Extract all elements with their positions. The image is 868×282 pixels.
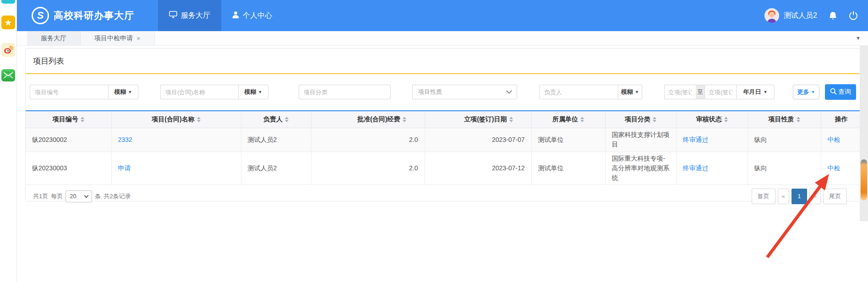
sort-icon [81, 117, 84, 122]
fuzzy-match-button[interactable]: 模糊 ▼ [239, 85, 268, 99]
date-to-label: 至 [696, 85, 704, 99]
chevron-down-icon: ▼ [635, 90, 639, 94]
star-icon[interactable]: ★ [1, 16, 15, 29]
nav-item-label: 服务大厅 [181, 11, 210, 21]
fuzzy-label: 模糊 [245, 88, 257, 96]
per-page-select[interactable]: 20 [66, 190, 92, 202]
sort-icon [285, 117, 289, 122]
col-header-leader[interactable]: 负责人 [241, 111, 311, 128]
table-row: 纵20230003 申请 测试人员2 2.0 2023-07-12 测试单位 国… [26, 152, 862, 184]
browser-side-strip: ★ [0, 0, 17, 282]
panel-title: 项目列表 [33, 56, 64, 66]
date-format-label: 年月日 [743, 88, 761, 96]
notifications-bell-icon[interactable] [829, 11, 837, 20]
app-logo-icon: S [32, 7, 49, 24]
sort-icon [403, 117, 406, 122]
cell-project-no: 纵20230003 [26, 152, 111, 184]
date-end-input[interactable] [704, 85, 736, 99]
project-name-input[interactable] [160, 85, 239, 99]
date-range-group: 至 年月日 ▼ [664, 85, 775, 99]
col-header-project-name[interactable]: 项目(合同)名称 [111, 111, 241, 128]
col-header-project-no[interactable]: 项目编号 [26, 111, 111, 128]
cell-leader: 测试人员2 [241, 152, 311, 184]
project-no-input[interactable] [30, 85, 109, 99]
table-row: 纵20230002 2332 测试人员2 2.0 2023-07-07 测试单位… [26, 128, 862, 152]
app-header: S 高校科研办事大厅 服务大厅 [17, 0, 868, 31]
fuzzy-match-button[interactable]: 模糊 ▼ [109, 85, 138, 99]
col-header-category[interactable]: 项目分类 [605, 111, 676, 128]
search-button[interactable]: 查询 [825, 84, 856, 100]
cell-leader: 测试人员2 [241, 128, 311, 152]
pagination-controls: 首页 « 1 » 尾页 [752, 189, 847, 204]
nav-item-label: 个人中心 [243, 11, 272, 21]
tab-label: 服务大厅 [41, 34, 66, 43]
close-icon[interactable]: × [136, 34, 141, 42]
pagination-bar: 共1页 每页 20 条 共2条记录 首页 « 1 » 尾页 [26, 185, 861, 208]
search-icon [830, 88, 837, 96]
col-header-approved-funds[interactable]: 批准(合同)经费 [311, 111, 425, 128]
weibo-icon[interactable] [1, 43, 15, 57]
monitor-icon [169, 11, 177, 20]
chevron-down-icon [84, 193, 89, 198]
fuzzy-label: 模糊 [621, 88, 633, 96]
project-nature-select[interactable]: 项目性质 [412, 85, 517, 99]
audit-status-link[interactable]: 终审通过 [683, 136, 709, 143]
total-pages: 共1页 [33, 192, 48, 201]
sort-icon [580, 117, 584, 122]
date-start-input[interactable] [664, 85, 696, 99]
more-filters-button[interactable]: 更多 ▼ [793, 85, 819, 99]
per-page-value: 20 [70, 193, 76, 200]
cell-unit: 测试单位 [531, 128, 605, 152]
user-icon [232, 11, 239, 20]
brand: S 高校科研办事大厅 [17, 0, 134, 31]
mail-icon[interactable] [1, 69, 15, 81]
avatar [764, 8, 779, 23]
chevron-down-icon: ▼ [811, 90, 815, 94]
col-header-nature[interactable]: 项目性质 [748, 111, 821, 128]
col-header-start-date[interactable]: 立项(签订)日期 [425, 111, 531, 128]
date-format-button[interactable]: 年月日 ▼ [736, 85, 775, 99]
project-list-panel: 项目列表 模糊 ▼ 模糊 ▼ 项目性质 [25, 48, 861, 201]
filter-bar: 模糊 ▼ 模糊 ▼ 项目性质 模糊 ▼ [26, 74, 861, 110]
logout-power-icon[interactable] [849, 11, 858, 20]
tab-service-hall[interactable]: 服务大厅 [27, 31, 81, 45]
total-records: 共2条记录 [104, 192, 131, 201]
col-header-audit-status[interactable]: 审核状态 [676, 111, 748, 128]
per-page-prefix: 每页 [51, 192, 63, 201]
sort-icon [724, 117, 728, 122]
nav-item-personal-center[interactable]: 个人中心 [221, 0, 283, 31]
project-name-link[interactable]: 2332 [118, 136, 132, 143]
tab-overflow-caret-icon[interactable]: ▼ [856, 35, 861, 41]
first-page-button[interactable]: 首页 [752, 189, 775, 204]
chevron-down-icon: ▼ [258, 90, 262, 94]
next-page-button[interactable]: » [809, 189, 821, 204]
sort-icon [509, 117, 513, 122]
col-header-unit[interactable]: 所属单位 [531, 111, 605, 128]
fuzzy-match-button[interactable]: 模糊 ▼ [618, 85, 642, 99]
top-nav: 服务大厅 个人中心 [158, 0, 283, 31]
leader-input[interactable] [539, 85, 618, 99]
cell-unit: 测试单位 [531, 152, 605, 184]
cell-date: 2023-07-12 [425, 152, 531, 184]
scrollbar-track[interactable] [860, 46, 868, 221]
scrollbar-thumb[interactable] [861, 159, 867, 201]
midcheck-action-link[interactable]: 中检 [828, 136, 841, 143]
cyan-tab-icon[interactable] [1, 0, 15, 4]
more-label: 更多 [797, 88, 809, 96]
col-header-actions: 操作 [821, 111, 862, 128]
midcheck-action-link[interactable]: 中检 [828, 164, 841, 172]
select-placeholder: 项目性质 [418, 88, 442, 96]
tab-label: 项目中检申请 [94, 34, 133, 43]
audit-status-link[interactable]: 终审通过 [683, 164, 709, 172]
nav-item-service-hall[interactable]: 服务大厅 [158, 0, 221, 31]
last-page-button[interactable]: 尾页 [823, 189, 847, 204]
page-number-button[interactable]: 1 [792, 189, 807, 204]
project-name-link[interactable]: 申请 [118, 164, 131, 172]
chevron-down-icon: ▼ [128, 90, 132, 94]
tab-project-midcheck[interactable]: 项目中检申请 × [81, 31, 155, 45]
user-menu[interactable]: 测试人员2 [764, 8, 817, 23]
prev-page-button[interactable]: « [778, 189, 789, 204]
user-name: 测试人员2 [784, 11, 817, 21]
project-category-input[interactable] [299, 85, 391, 99]
cell-nature: 纵向 [748, 128, 821, 152]
